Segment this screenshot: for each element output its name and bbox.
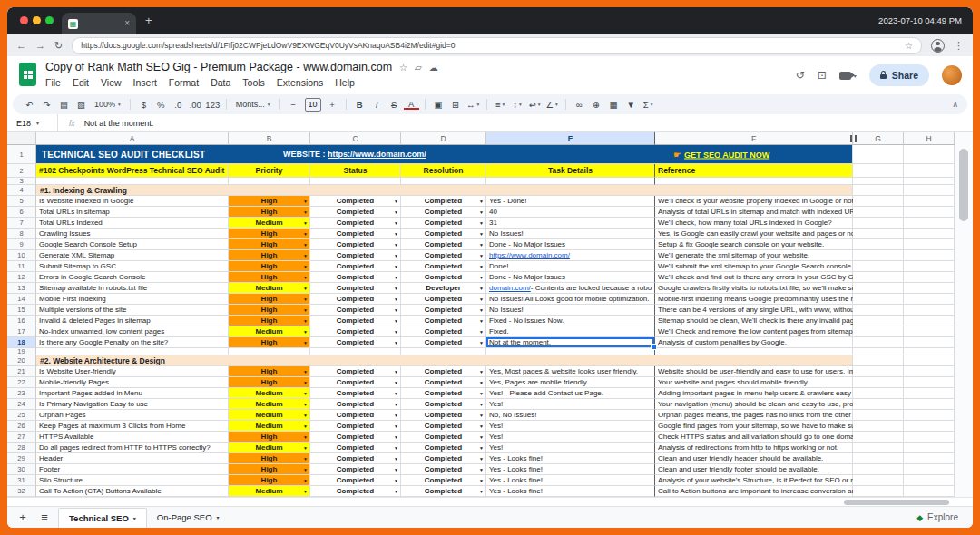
menu-tools[interactable]: Tools — [242, 77, 265, 88]
column-header-a[interactable]: A — [36, 132, 229, 145]
fill-color-icon[interactable]: ▣ — [431, 100, 446, 110]
priority-cell[interactable]: High▼ — [229, 261, 310, 272]
select-all-corner[interactable] — [7, 132, 36, 145]
resolution-cell[interactable]: Completed▼ — [401, 366, 486, 377]
empty-cell[interactable] — [904, 377, 955, 388]
hide-menus-icon[interactable]: ∧ — [952, 100, 958, 109]
dropdown-arrow-icon[interactable]: ▼ — [394, 478, 398, 483]
priority-cell[interactable]: Medium▼ — [229, 421, 310, 432]
priority-cell[interactable]: High▼ — [229, 305, 310, 316]
status-cell[interactable]: Completed▼ — [310, 294, 401, 305]
task-name-cell[interactable]: Is Website Indexed in Google — [36, 196, 229, 207]
task-name-cell[interactable]: Silo Structure — [36, 475, 229, 486]
reference-cell[interactable]: Adding important pages in menu help user… — [655, 388, 853, 399]
task-name-cell[interactable]: Sitemap available in robots.txt file — [36, 283, 229, 294]
row-number[interactable]: 19 — [7, 348, 36, 355]
reference-cell[interactable]: We'll generate the xml sitemap of your w… — [655, 250, 853, 261]
text-rotate-icon[interactable]: ∠▾ — [544, 100, 560, 110]
font-size-input[interactable]: 10 — [305, 98, 321, 112]
section-header-cell[interactable]: #1. Indexing & Crawling — [36, 185, 853, 196]
dropdown-arrow-icon[interactable]: ▼ — [394, 467, 398, 472]
dropdown-arrow-icon[interactable]: ▼ — [479, 264, 484, 269]
website-url-link[interactable]: https://www.domain.com/ — [328, 150, 426, 159]
priority-cell[interactable]: Medium▼ — [229, 443, 310, 453]
task-name-cell[interactable]: Total URLs Indexed — [36, 218, 229, 229]
dropdown-arrow-icon[interactable]: ▼ — [303, 380, 308, 385]
reference-cell[interactable]: Analysis of your website's Structure, is… — [655, 475, 853, 486]
menu-format[interactable]: Format — [169, 77, 199, 88]
menu-file[interactable]: File — [45, 77, 61, 88]
dropdown-arrow-icon[interactable]: ▼ — [394, 307, 398, 313]
status-cell[interactable]: Completed▼ — [310, 283, 401, 294]
empty-cell[interactable] — [853, 164, 904, 178]
dropdown-arrow-icon[interactable]: ▼ — [394, 380, 398, 385]
dropdown-arrow-icon[interactable]: ▼ — [303, 489, 308, 494]
row-number[interactable]: 24 — [7, 399, 36, 410]
empty-cell[interactable] — [655, 348, 853, 355]
resolution-cell[interactable]: Developer▼ — [401, 283, 486, 294]
priority-cell[interactable]: High▼ — [229, 453, 310, 464]
dropdown-arrow-icon[interactable]: ▼ — [303, 467, 308, 472]
dropdown-arrow-icon[interactable]: ▼ — [479, 434, 484, 440]
empty-cell[interactable] — [904, 207, 955, 218]
sheet-tab-on-page-seo[interactable]: On-Page SEO▾ — [147, 508, 230, 528]
empty-cell[interactable] — [655, 178, 853, 185]
dropdown-arrow-icon[interactable]: ▼ — [479, 199, 484, 204]
empty-cell[interactable] — [904, 272, 955, 283]
empty-cell[interactable] — [904, 366, 955, 377]
dropdown-arrow-icon[interactable]: ▼ — [479, 242, 484, 248]
status-cell[interactable]: Completed▼ — [310, 464, 401, 475]
horizontal-scroll-thumb[interactable] — [844, 500, 949, 505]
priority-cell[interactable]: High▼ — [229, 432, 310, 443]
undo-icon[interactable]: ↶ — [22, 100, 37, 110]
dropdown-arrow-icon[interactable]: ▼ — [479, 391, 484, 396]
reference-cell[interactable]: Your website and pages should mobile fri… — [655, 377, 853, 388]
reference-cell[interactable]: We'll check and find out is there any er… — [655, 272, 853, 283]
resolution-cell[interactable]: Completed▼ — [401, 337, 486, 348]
resolution-cell[interactable]: Completed▼ — [401, 443, 486, 453]
fill-handle[interactable] — [651, 344, 657, 350]
task-details-cell[interactable]: Yes! — [486, 399, 655, 410]
zoom-select[interactable]: 100%▾ — [91, 100, 124, 109]
dropdown-arrow-icon[interactable]: ▼ — [394, 489, 398, 494]
resolution-cell[interactable]: Completed▼ — [401, 250, 486, 261]
priority-cell[interactable]: Medium▼ — [229, 326, 310, 337]
task-name-cell[interactable]: Mobile First Indexing — [36, 294, 229, 305]
task-name-cell[interactable]: Mobile-friendly Pages — [36, 377, 229, 388]
empty-cell[interactable] — [904, 443, 955, 453]
format-currency-icon[interactable]: $ — [136, 100, 152, 110]
row-number[interactable]: 20 — [7, 355, 36, 366]
task-details-cell[interactable]: Yes - Done! — [486, 196, 655, 207]
empty-cell[interactable] — [904, 145, 955, 164]
row-number[interactable]: 32 — [7, 486, 36, 497]
increase-font-size-icon[interactable]: + — [325, 100, 340, 110]
dropdown-arrow-icon[interactable]: ▼ — [479, 445, 484, 451]
merge-cells-icon[interactable]: ↔▾ — [466, 100, 481, 110]
close-window-button[interactable] — [20, 16, 28, 24]
details-link[interactable]: domain.com/ — [489, 284, 531, 292]
dropdown-arrow-icon[interactable]: ▼ — [394, 199, 398, 204]
star-document-icon[interactable]: ☆ — [399, 63, 407, 73]
dropdown-arrow-icon[interactable]: ▼ — [479, 340, 484, 345]
status-cell[interactable]: Completed▼ — [310, 366, 401, 377]
empty-cell[interactable] — [904, 316, 955, 326]
column-header-h[interactable]: H — [904, 132, 955, 145]
dropdown-arrow-icon[interactable]: ▼ — [479, 369, 484, 374]
column-header-b[interactable]: B — [229, 132, 310, 145]
priority-cell[interactable]: Medium▼ — [229, 388, 310, 399]
explore-button[interactable]: ◆ Explore — [916, 512, 973, 522]
reference-cell[interactable]: Check HTTPS status and all variation sho… — [655, 432, 853, 443]
functions-icon[interactable]: Σ▾ — [641, 100, 656, 110]
dropdown-arrow-icon[interactable]: ▼ — [394, 242, 398, 248]
status-cell[interactable]: Completed▼ — [310, 486, 401, 497]
text-wrap-icon[interactable]: ↩▾ — [527, 100, 543, 110]
row-number[interactable]: 29 — [7, 453, 36, 464]
task-name-cell[interactable]: HTTPS Available — [36, 432, 229, 443]
formula-bar-value[interactable]: Not at the moment. — [84, 119, 154, 128]
task-name-cell[interactable]: Total URLs in sitemap — [36, 207, 229, 218]
reference-cell[interactable]: We'll submit the xml sitemap to your Goo… — [655, 261, 853, 272]
task-name-cell[interactable]: Is Website User-friendly — [36, 366, 229, 377]
status-cell[interactable]: Completed▼ — [310, 377, 401, 388]
reference-cell[interactable]: Mobile-first indexing means Google predo… — [655, 294, 853, 305]
insert-link-icon[interactable]: ∞ — [572, 100, 587, 110]
